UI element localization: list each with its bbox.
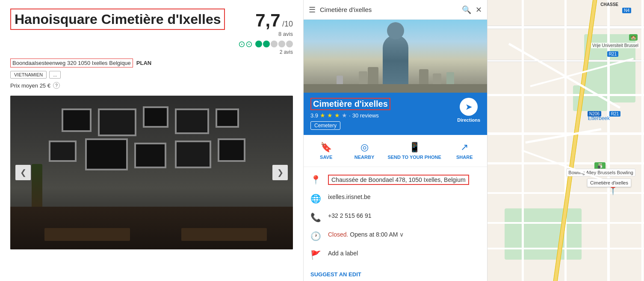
stars-row: 3.9 ★ ★ ★ ★ · 30 reviews [310, 112, 390, 119]
ta-circles [255, 41, 293, 47]
road-v4 [641, 0, 644, 281]
website-detail[interactable]: ixelles.irisnet.be [328, 193, 371, 200]
ta-circle-1 [255, 41, 262, 47]
reviews-count: 30 reviews [352, 112, 379, 119]
dot-separator: · [349, 112, 351, 119]
star-2: ★ [327, 112, 333, 119]
add-label[interactable]: Add a label [328, 250, 358, 257]
prev-photo-button[interactable]: ❮ [15, 165, 31, 180]
hours-expand-icon[interactable]: ∨ [399, 231, 404, 238]
send-to-phone-action[interactable]: 📱 SEND TO YOUR PHONE [387, 142, 441, 160]
send-to-phone-label: SEND TO YOUR PHONE [387, 155, 441, 160]
website-detail-row: 🌐 ixelles.irisnet.be [304, 189, 487, 208]
road-v3 [607, 0, 610, 281]
send-phone-icon: 📱 [409, 142, 420, 153]
cemetery-photo [304, 20, 487, 93]
share-icon: ↗ [461, 142, 468, 153]
phone-detail-row: 📞 +32 2 515 66 91 [304, 208, 487, 227]
ta-circle-5 [286, 41, 293, 47]
star-1: ★ [320, 112, 325, 119]
map-background: N4 R21 R21 N206 CHASSE Etterbeek 🎳 Bowli… [487, 0, 644, 281]
direction-circle: ➤ [460, 98, 478, 116]
close-icon[interactable]: ✕ [476, 5, 482, 15]
opens-text: Opens at 8:00 AM [350, 231, 398, 238]
rating-suffix: /10 [282, 20, 293, 28]
direction-arrow-icon: ➤ [465, 102, 473, 112]
park-area-2 [505, 208, 582, 260]
nearby-label: NEARBY [354, 155, 374, 160]
save-action[interactable]: 🔖 SAVE [311, 142, 341, 160]
directions-label: Directions [457, 117, 480, 123]
star-4: ★ [342, 112, 347, 119]
road-v2 [564, 0, 567, 281]
google-maps-panel: ☰ 🔍 ✕ Cimetière [304, 0, 487, 281]
ta-circle-3 [271, 41, 278, 47]
phone-detail[interactable]: +32 2 515 66 91 [328, 212, 372, 219]
restaurant-photo: ☆ ❮ ❯ [10, 96, 293, 249]
address-detail: Chaussée de Boondael 478, 1050 Ixelles, … [328, 175, 469, 185]
address-text: Boondaalsesteenweg 320 1050 Ixelles Belg… [10, 59, 133, 67]
avis-count: 8 avis [238, 31, 293, 37]
share-label: SHARE [456, 155, 473, 160]
save-label: SAVE [320, 155, 332, 160]
star-3: ★ [334, 112, 340, 119]
university-label: Vrije Universiteit Brussel [591, 43, 640, 48]
flag-icon: 🚩 [310, 250, 321, 260]
directions-button[interactable]: ➤ Directions [457, 98, 480, 123]
chasse-label: CHASSE [600, 2, 618, 7]
category-tag[interactable]: Cemetery [310, 121, 340, 130]
map-panel: N4 R21 R21 N206 CHASSE Etterbeek 🎳 Bowli… [487, 0, 644, 281]
closed-text: Closed. [328, 231, 348, 238]
restaurant-title: Hanoisquare Cimetière d'Ixelles [10, 9, 225, 30]
university-badge: 🏫 [629, 34, 638, 41]
hours-detail-row: 🕐 Closed. Opens at 8:00 AM ∨ [304, 227, 487, 246]
search-icon[interactable]: 🔍 [462, 5, 471, 15]
place-title: Cimetière d'ixelles [310, 98, 390, 110]
help-icon[interactable]: ? [53, 82, 60, 89]
left-panel: Hanoisquare Cimetière d'Ixelles 7,7 /10 … [0, 0, 304, 281]
r21-badge-1: R21 [607, 51, 618, 57]
etterbeek-label: Etterbeek [588, 115, 610, 121]
rating-score: 7,7 [255, 10, 280, 30]
clock-icon: 🕐 [310, 231, 321, 241]
n4-badge: N4 [622, 8, 631, 13]
address-row: Boondaalsesteenweg 320 1050 Ixelles Belg… [10, 59, 293, 67]
tripadvisor-icon: ⊙⊙ [238, 39, 253, 49]
save-icon: 🔖 [320, 142, 332, 153]
road-v1 [522, 0, 524, 281]
suggest-edit-button[interactable]: SUGGEST AN EDIT [304, 268, 487, 281]
add-label-row: 🚩 Add a label [304, 246, 487, 264]
tag-dots[interactable]: ... [49, 71, 61, 79]
location-icon: 📍 [310, 175, 321, 185]
address-detail-row: 📍 Chaussée de Boondael 478, 1050 Ixelles… [304, 170, 487, 189]
search-input[interactable] [320, 6, 458, 13]
r21-badge-2: R21 [609, 111, 620, 117]
plan-link[interactable]: PLAN [136, 60, 151, 66]
tripadvisor-row: ⊙⊙ [238, 39, 293, 49]
globe-icon: 🌐 [310, 193, 321, 204]
tags-row: VIETNAMIEN ... [10, 71, 293, 79]
hamburger-icon[interactable]: ☰ [309, 5, 316, 15]
nearby-action[interactable]: ◎ NEARBY [349, 142, 379, 160]
prix-label: Prix moyen 25 € [10, 82, 50, 89]
rating-block: 7,7 /10 8 avis ⊙⊙ 2 avis [238, 10, 293, 55]
place-rating: 3.9 [310, 112, 318, 119]
next-photo-button[interactable]: ❯ [272, 165, 288, 180]
tag-vietnamien[interactable]: VIETNAMIEN [10, 71, 47, 79]
gmap-header: ☰ 🔍 ✕ [304, 0, 487, 20]
detail-section: 📍 Chaussée de Boondael 478, 1050 Ixelles… [304, 167, 487, 268]
nearby-icon: ◎ [360, 142, 369, 153]
ta-circle-2 [263, 41, 270, 47]
share-action[interactable]: ↗ SHARE [449, 142, 479, 160]
ta-circle-4 [278, 41, 285, 47]
map-pin-label: Cimetière d'ixelles [587, 179, 631, 187]
ta-avis: 2 avis [238, 49, 293, 55]
hours-detail: Closed. Opens at 8:00 AM ∨ [328, 231, 404, 238]
info-card: Cimetière d'ixelles 3.9 ★ ★ ★ ★ · 30 rev… [304, 93, 487, 135]
action-row: 🔖 SAVE ◎ NEARBY 📱 SEND TO YOUR PHONE ↗ S… [304, 135, 487, 167]
prix-row: Prix moyen 25 € ? [10, 82, 293, 89]
phone-icon: 📞 [310, 212, 321, 222]
